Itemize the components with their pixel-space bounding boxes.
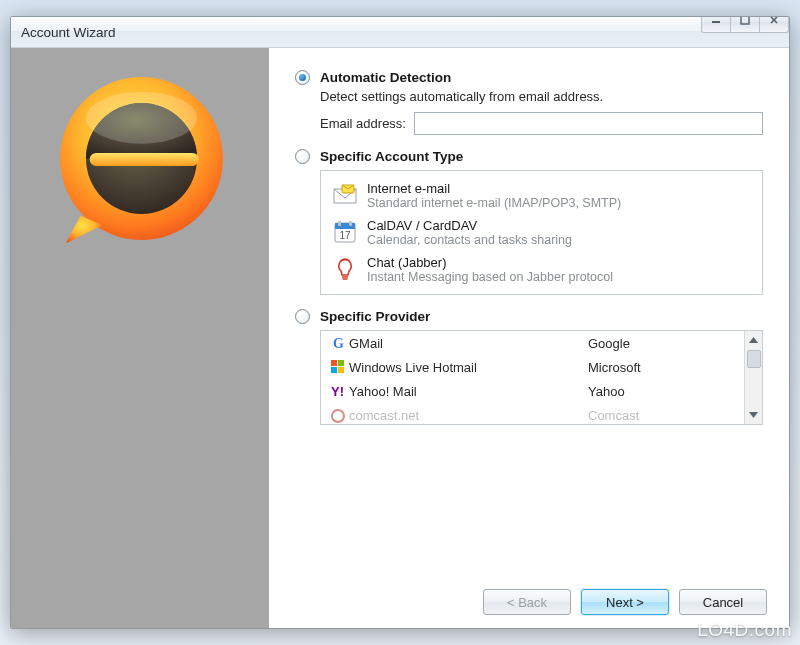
main-panel: Automatic Detection Detect settings auto… <box>269 48 789 628</box>
provider-company: Comcast <box>588 408 738 423</box>
svg-text:G: G <box>333 336 344 351</box>
svg-rect-16 <box>338 367 344 373</box>
type-sub: Instant Messaging based on Jabber protoc… <box>367 270 752 284</box>
type-label: Internet e-mail <box>367 181 752 196</box>
section-specific-provider: Specific Provider G GMail Google <box>295 309 763 425</box>
account-type-list: Internet e-mail Standard internet e-mail… <box>320 170 763 295</box>
email-input[interactable] <box>414 112 763 135</box>
svg-text:Y!: Y! <box>331 384 344 399</box>
provider-company: Yahoo <box>588 384 738 399</box>
cancel-button[interactable]: Cancel <box>679 589 767 615</box>
section-automatic: Automatic Detection Detect settings auto… <box>295 70 763 135</box>
minimize-icon <box>711 16 721 25</box>
radio-specific-type[interactable] <box>295 149 310 164</box>
close-icon <box>769 16 779 25</box>
envelope-icon <box>331 181 359 209</box>
provider-name: comcast.net <box>349 408 588 423</box>
radio-automatic[interactable] <box>295 70 310 85</box>
svg-rect-10 <box>349 221 352 226</box>
provider-company: Google <box>588 336 738 351</box>
yahoo-icon: Y! <box>327 382 349 400</box>
radio-specific-provider[interactable] <box>295 309 310 324</box>
type-label: Chat (Jabber) <box>367 255 752 270</box>
scroll-down-icon[interactable] <box>745 406 762 424</box>
back-button[interactable]: < Back <box>483 589 571 615</box>
side-panel <box>11 48 269 628</box>
next-button[interactable]: Next > <box>581 589 669 615</box>
client-area: Automatic Detection Detect settings auto… <box>11 48 789 628</box>
section-provider-title: Specific Provider <box>320 309 430 324</box>
scroll-up-icon[interactable] <box>745 331 762 349</box>
provider-scrollbar[interactable] <box>744 331 762 424</box>
dialog-window: Account Wizard <box>10 16 790 629</box>
provider-list-box: G GMail Google Windows Live Hotmail <box>320 330 763 425</box>
type-sub: Standard internet e-mail (IMAP/POP3, SMT… <box>367 196 752 210</box>
type-chat-jabber[interactable]: Chat (Jabber) Instant Messaging based on… <box>329 251 754 288</box>
svg-text:17: 17 <box>339 230 351 241</box>
provider-item-cut[interactable]: comcast.net Comcast <box>321 403 744 424</box>
app-logo <box>49 66 234 251</box>
watermark: LO4D.com <box>697 619 792 641</box>
scroll-thumb[interactable] <box>747 350 761 368</box>
email-label: Email address: <box>320 116 406 131</box>
provider-list[interactable]: G GMail Google Windows Live Hotmail <box>321 331 744 424</box>
calendar-icon: 17 <box>331 218 359 246</box>
type-internet-email[interactable]: Internet e-mail Standard internet e-mail… <box>329 177 754 214</box>
svg-rect-9 <box>338 221 341 226</box>
provider-item-yahoo[interactable]: Y! Yahoo! Mail Yahoo <box>321 379 744 403</box>
comcast-icon <box>327 407 349 425</box>
provider-name: Windows Live Hotmail <box>349 360 588 375</box>
svg-rect-3 <box>90 153 199 166</box>
winlive-icon <box>327 358 349 376</box>
svg-rect-14 <box>338 360 344 366</box>
provider-name: Yahoo! Mail <box>349 384 588 399</box>
provider-item-gmail[interactable]: G GMail Google <box>321 331 744 355</box>
window-title: Account Wizard <box>21 25 116 40</box>
minimize-button[interactable] <box>701 16 731 33</box>
provider-company: Microsoft <box>588 360 738 375</box>
svg-point-18 <box>332 410 344 422</box>
svg-rect-1 <box>741 16 749 24</box>
section-specific-type-title: Specific Account Type <box>320 149 463 164</box>
svg-rect-15 <box>331 367 337 373</box>
provider-item-hotmail[interactable]: Windows Live Hotmail Microsoft <box>321 355 744 379</box>
section-automatic-title: Automatic Detection <box>320 70 451 85</box>
bulb-icon <box>331 255 359 283</box>
maximize-icon <box>740 16 750 25</box>
type-label: CalDAV / CardDAV <box>367 218 752 233</box>
automatic-desc: Detect settings automatically from email… <box>320 89 763 104</box>
window-controls <box>702 16 789 33</box>
svg-rect-0 <box>712 21 720 23</box>
maximize-button[interactable] <box>730 16 760 33</box>
svg-point-4 <box>86 92 197 144</box>
gmail-icon: G <box>327 334 349 352</box>
type-caldav-carddav[interactable]: 17 CalDAV / CardDAV Calendar, contacts a… <box>329 214 754 251</box>
section-specific-type: Specific Account Type Internet e-mail St… <box>295 149 763 295</box>
type-sub: Calendar, contacts and tasks sharing <box>367 233 752 247</box>
close-button[interactable] <box>759 16 789 33</box>
emclient-logo-icon <box>49 66 234 251</box>
provider-name: GMail <box>349 336 588 351</box>
titlebar: Account Wizard <box>11 17 789 48</box>
svg-rect-13 <box>331 360 337 366</box>
